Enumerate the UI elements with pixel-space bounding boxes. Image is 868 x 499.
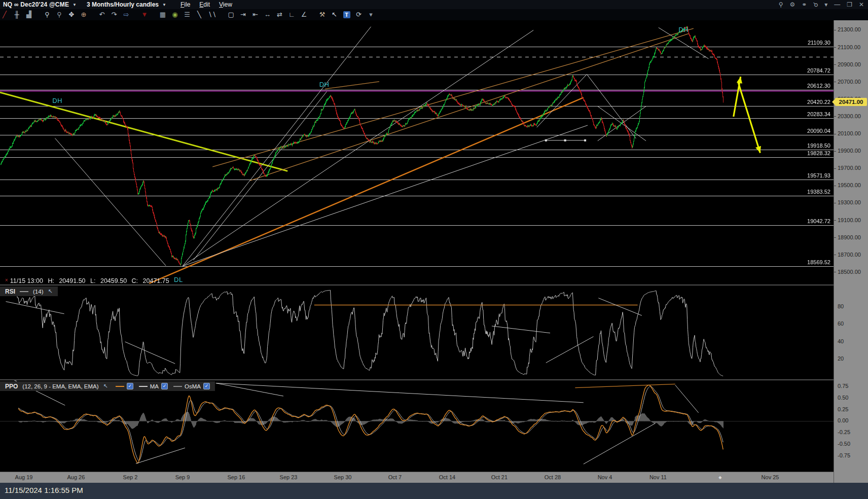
- ppo-axis-tick: 0.25: [838, 406, 848, 412]
- redo-icon[interactable]: ↷: [111, 9, 118, 20]
- time-axis-tick: Aug 19: [15, 474, 33, 480]
- candlestick-icon[interactable]: ╫: [13, 9, 20, 20]
- rsi-params[interactable]: (14): [33, 289, 43, 295]
- time-axis-tick: Nov 11: [649, 474, 667, 480]
- line-draw-icon[interactable]: ╱: [1, 9, 8, 20]
- axis-notch: [834, 64, 836, 65]
- rsi-header: RSI (14) ↖: [0, 287, 58, 296]
- time-axis-tick: Nov 25: [762, 474, 779, 480]
- price-axis-tick: 18500.00: [838, 269, 861, 275]
- axis-notch: [834, 134, 836, 134]
- indicator-icon[interactable]: ◉: [171, 9, 178, 20]
- pin-caret-icon[interactable]: ▾: [824, 0, 827, 9]
- timeframe-title[interactable]: 3 Months/Hourly candles: [87, 1, 159, 8]
- axis-notch: [834, 168, 836, 169]
- time-axis[interactable]: Aug 19Aug 26Sep 2Sep 9Sep 16Sep 23Sep 30…: [0, 472, 834, 483]
- price-chart-canvas[interactable]: [0, 20, 834, 284]
- maximize-icon[interactable]: ❒: [847, 0, 852, 9]
- angle-icon[interactable]: ∟: [288, 9, 296, 20]
- ppo-legend-checkbox[interactable]: ✓: [161, 383, 168, 389]
- title-bar: NQ ∞ Dec20'24 @CME ▼ 3 Months/Hourly can…: [0, 0, 868, 9]
- bar-high-label: H:: [48, 277, 56, 284]
- ppo-pointer-icon[interactable]: ↖: [103, 383, 108, 389]
- menu-edit[interactable]: Edit: [199, 1, 210, 8]
- extend-left-icon[interactable]: ⇤: [252, 9, 259, 20]
- ppo-title[interactable]: PPO: [5, 383, 18, 390]
- link-icon[interactable]: ⚭: [802, 0, 807, 9]
- day-low-label: DL: [174, 276, 183, 283]
- ppo-legend-checkbox[interactable]: ✓: [127, 383, 133, 389]
- rsi-pointer-icon[interactable]: ↖: [48, 288, 52, 295]
- axis-notch: [834, 47, 836, 48]
- minimize-icon[interactable]: —: [834, 0, 840, 9]
- ppo-legend-swatch: [139, 386, 148, 387]
- toolbar: ╱╫▟⚲⚲✥⊕↶↷⇨▼▦◉☰╲∖∖▢⇥⇤↔⇄∟∠⚒↖T⟳▾: [0, 9, 868, 20]
- step-forward-icon[interactable]: ⇨: [123, 9, 130, 20]
- trendline-icon[interactable]: ╲: [196, 9, 203, 20]
- undo-icon[interactable]: ↶: [98, 9, 105, 20]
- rsi-chart-canvas[interactable]: [0, 286, 834, 379]
- ppo-legend-checkbox[interactable]: ✓: [203, 383, 210, 389]
- pin-icon[interactable]: ⚲: [811, 0, 820, 9]
- rsi-title[interactable]: RSI: [5, 288, 15, 295]
- ppo-chart-canvas[interactable]: [0, 380, 834, 472]
- close-icon[interactable]: ✕: [859, 0, 864, 9]
- ppo-legend-item: ✓: [116, 383, 133, 389]
- price-level-label: 20420.22: [795, 99, 830, 105]
- ppo-axis-tick: -0.75: [838, 452, 850, 458]
- angle-alt-icon[interactable]: ∠: [301, 9, 308, 20]
- ppo-axis-tick: 0.50: [838, 395, 848, 401]
- bar-high: 20491.50: [59, 277, 85, 284]
- chart-layout-icon[interactable]: ▦: [159, 9, 166, 20]
- ppo-legend-item: OsMA✓: [173, 383, 210, 389]
- expand-horizontal-icon[interactable]: ↔: [264, 9, 271, 20]
- price-level-label: 18569.52: [795, 259, 830, 265]
- rectangle-icon[interactable]: ▢: [228, 9, 235, 20]
- price-level-label: 19571.93: [795, 172, 830, 179]
- toolbar-caret-icon[interactable]: ▾: [368, 9, 375, 20]
- trading-app-window: NQ ∞ Dec20'24 @CME ▼ 3 Months/Hourly can…: [0, 0, 868, 499]
- zoom-in-icon[interactable]: ⚲: [44, 9, 51, 20]
- time-axis-tick: Oct 14: [439, 474, 455, 480]
- cursor-icon[interactable]: ↖: [331, 9, 338, 20]
- price-level-label: 19383.52: [795, 189, 830, 195]
- titlebar-icons: ⚲⚙⚭⚲▾—❒✕: [779, 0, 864, 9]
- search-icon[interactable]: ⚲: [779, 0, 783, 9]
- timeframe-caret-icon[interactable]: ▼: [162, 3, 166, 7]
- panel-divider[interactable]: [0, 379, 834, 380]
- wrench-icon[interactable]: ⚒: [319, 9, 326, 20]
- histogram-icon[interactable]: ▟: [25, 9, 32, 20]
- pan-hand-icon[interactable]: ✥: [68, 9, 75, 20]
- compress-icon[interactable]: ⇄: [276, 9, 283, 20]
- ppo-params[interactable]: (12, 26, 9 - EMA, EMA, EMA): [22, 383, 98, 389]
- settings-gear-icon[interactable]: ⚙: [790, 0, 795, 9]
- symbol-caret-icon[interactable]: ▼: [73, 3, 77, 7]
- price-level-label: 19042.72: [795, 218, 830, 224]
- price-level-label: 20283.34: [795, 111, 830, 117]
- bar-close-label: C:: [132, 277, 140, 284]
- menu-view[interactable]: View: [219, 1, 232, 8]
- price-axis-tick: 20300.00: [838, 113, 861, 119]
- symbol-title[interactable]: NQ ∞ Dec20'24 @CME: [3, 1, 69, 8]
- insert-triangle-icon[interactable]: ▼: [141, 9, 148, 20]
- price-level-label: 20612.30: [795, 83, 830, 89]
- axis-notch: [834, 255, 836, 255]
- rsi-line-swatch: [20, 291, 28, 292]
- refresh-icon[interactable]: ⟳: [355, 9, 363, 20]
- price-axis-tick: 18700.00: [838, 252, 861, 258]
- price-axis[interactable]: 21300.0021100.0020900.0020700.0020500.00…: [834, 20, 868, 483]
- menu-file[interactable]: File: [180, 1, 190, 8]
- panel-divider[interactable]: [0, 284, 834, 286]
- zoom-out-icon[interactable]: ⚲: [56, 9, 63, 20]
- extend-right-icon[interactable]: ⇥: [240, 9, 247, 20]
- axis-notch: [834, 116, 836, 117]
- time-axis-tick: Nov 4: [598, 474, 612, 480]
- multi-trendline-icon[interactable]: ∖∖: [208, 9, 216, 20]
- crosshair-icon[interactable]: ⊕: [80, 9, 87, 20]
- status-datetime: 11/15/2024 1:16:55 PM: [5, 486, 83, 494]
- data-list-icon[interactable]: ☰: [184, 9, 191, 20]
- text-tool-icon[interactable]: T: [343, 11, 350, 18]
- time-axis-marker-icon[interactable]: ◆: [718, 475, 721, 480]
- time-axis-tick: Sep 30: [334, 474, 352, 480]
- price-axis-tick: 21300.00: [838, 26, 861, 32]
